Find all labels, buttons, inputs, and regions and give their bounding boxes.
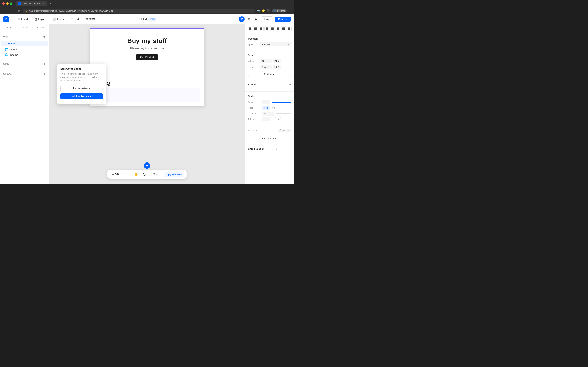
invite-button[interactable]: Invite: [261, 16, 273, 22]
size-title: Size: [248, 54, 253, 57]
select-tool[interactable]: ↖: [125, 172, 130, 177]
insert-menu[interactable]: ⊕ Insert: [16, 17, 30, 22]
upgrade-now-button[interactable]: Upgrade Now: [165, 172, 183, 177]
align-top-button[interactable]: ⬛: [264, 26, 269, 31]
incognito-badge: 👤 Incognito: [272, 9, 287, 12]
layout-menu[interactable]: ▦ Layout: [33, 17, 48, 22]
rotation-input[interactable]: [262, 111, 274, 116]
cms-menu[interactable]: ⊞ CMS: [84, 17, 97, 22]
height-unit-select[interactable]: Fit ▾: [273, 65, 281, 69]
tab-close-icon[interactable]: ✕: [43, 3, 45, 5]
scroll-add-button[interactable]: +: [289, 147, 291, 151]
canvas-add-button[interactable]: +: [43, 72, 45, 76]
web-add-button[interactable]: +: [43, 35, 45, 39]
align-center-h-button[interactable]: ⬛: [253, 26, 258, 31]
position-header: Position: [248, 37, 291, 40]
extension-icon[interactable]: 📷: [256, 9, 260, 12]
hand-tool[interactable]: ✋: [133, 172, 139, 177]
width-input[interactable]: [260, 59, 272, 63]
tab-layers[interactable]: Layers: [16, 24, 33, 31]
edit-tool[interactable]: ✏ Edit: [111, 172, 120, 176]
settings-button[interactable]: ⚙: [246, 16, 252, 22]
web-section-title: Web: [3, 35, 8, 38]
sidebar-item-home[interactable]: ⌂ Home: [1, 41, 48, 46]
alignment-section: ⬛ ⬛ ⬛ ⬛ ⬛ ⬛ ⬛ ⬛: [245, 24, 294, 34]
unlink-replace-all-button[interactable]: Unlink & Replace All: [61, 93, 103, 100]
styles-add-button[interactable]: +: [289, 94, 291, 98]
close-traffic-light[interactable]: [2, 2, 5, 5]
tab-assets[interactable]: Assets: [33, 24, 49, 31]
distribute-v-button[interactable]: ⬛: [287, 26, 292, 31]
get-started-button[interactable]: Get Started: [136, 54, 158, 60]
z-index-decrease-button[interactable]: −: [272, 117, 276, 121]
rotation-row: Rotation: [248, 111, 291, 116]
height-controls: Fit ▾: [260, 65, 281, 69]
z-index-input[interactable]: [262, 117, 270, 121]
edit-component-button[interactable]: Edit Component: [248, 136, 291, 141]
height-input[interactable]: [260, 65, 272, 69]
sidebar-item-pricing[interactable]: 🌐 /pricing: [1, 52, 48, 58]
sidebar-item-home-label: Home: [8, 42, 15, 45]
align-right-button[interactable]: ⬛: [259, 26, 264, 31]
fit-content-button[interactable]: Fit Content: [248, 72, 291, 77]
effects-add-button[interactable]: +: [289, 83, 291, 86]
alignment-row-1: ⬛ ⬛ ⬛ ⬛ ⬛ ⬛ ⬛ ⬛: [248, 26, 292, 31]
visible-label: Visible: [248, 107, 260, 109]
opacity-slider[interactable]: [272, 102, 291, 103]
rotation-slider[interactable]: [276, 113, 291, 114]
forward-button[interactable]: →: [9, 9, 15, 13]
width-unit-select[interactable]: Fill ▾: [273, 59, 281, 63]
bookmark-icon[interactable]: ⭐: [261, 9, 265, 12]
canvas[interactable]: Buy my stuff Please buy things from me G…: [49, 24, 245, 184]
comment-tool[interactable]: 💬: [142, 172, 148, 177]
z-index-increase-button[interactable]: +: [277, 117, 281, 121]
layout-icon: ▦: [35, 17, 37, 21]
tab-pages[interactable]: Pages: [0, 24, 16, 31]
sidebar-left: Pages Layers Assets Web + ⌂ Home 🌐 /abou…: [0, 24, 49, 184]
effects-header: Effects +: [248, 83, 291, 86]
frame-menu[interactable]: ⬜ Frame: [51, 17, 67, 22]
sidebar-item-about[interactable]: 🌐 /about: [1, 46, 48, 52]
align-middle-v-button[interactable]: ⬛: [270, 26, 275, 31]
scroll-section-header: Scroll Section ℹ +: [248, 147, 291, 151]
maximize-traffic-light[interactable]: [10, 2, 12, 5]
user-avatar[interactable]: SJ: [239, 16, 245, 22]
distribute-h-button[interactable]: ⬛: [281, 26, 286, 31]
cms-label: CMS: [89, 17, 95, 21]
back-button[interactable]: ←: [2, 9, 8, 13]
width-unit-value: Fill: [274, 60, 277, 62]
scroll-section: Scroll Section ℹ +: [245, 144, 294, 154]
refresh-button[interactable]: ↻: [16, 9, 21, 13]
selected-component[interactable]: [94, 88, 200, 102]
text-menu[interactable]: T Text: [69, 17, 81, 22]
edit-component-popover: Edit Component This component is linked …: [57, 64, 106, 104]
z-index-stepper: − +: [272, 117, 281, 121]
add-section-button[interactable]: +: [144, 162, 150, 169]
cms-section-header: CMS +: [0, 61, 49, 68]
minimize-traffic-light[interactable]: [6, 2, 9, 5]
sidebar-icon[interactable]: ⬛: [267, 9, 270, 12]
cursor-icon: ↖: [127, 173, 129, 176]
preview-button[interactable]: ▶: [254, 16, 259, 22]
opacity-input[interactable]: [262, 100, 270, 104]
canvas-section-title: Canvas: [3, 73, 12, 75]
scroll-section-title: Scroll Section: [248, 148, 264, 150]
cms-add-button[interactable]: +: [43, 62, 45, 66]
visible-yes-button[interactable]: Yes: [262, 106, 270, 110]
address-bar[interactable]: 🔒 framer.com/projects/Untitled--mZ98oDWa…: [23, 9, 255, 13]
new-tab-icon[interactable]: +: [50, 2, 52, 6]
browser-tab[interactable]: Untitled – Framer ✕: [16, 1, 47, 6]
unlink-instance-button[interactable]: Unlink Instance: [61, 85, 103, 92]
position-type-select[interactable]: Relative ▾: [260, 42, 291, 47]
visible-no-button[interactable]: No: [270, 106, 277, 110]
popover-title: Edit Component: [61, 67, 103, 70]
align-left-button[interactable]: ⬛: [248, 26, 252, 31]
align-bottom-button[interactable]: ⬛: [276, 26, 280, 31]
browser-chrome: Untitled – Framer ✕ + ← → ↻ 🔒 framer.com…: [0, 0, 294, 14]
framer-logo[interactable]: F: [3, 16, 9, 22]
menu-icon[interactable]: ⋮: [288, 9, 292, 13]
publish-button[interactable]: Publish: [275, 17, 291, 22]
scroll-info-icon[interactable]: ℹ: [276, 148, 277, 150]
width-controls: Fill ▾: [260, 59, 281, 63]
zoom-control[interactable]: 48% ▾: [153, 173, 160, 176]
